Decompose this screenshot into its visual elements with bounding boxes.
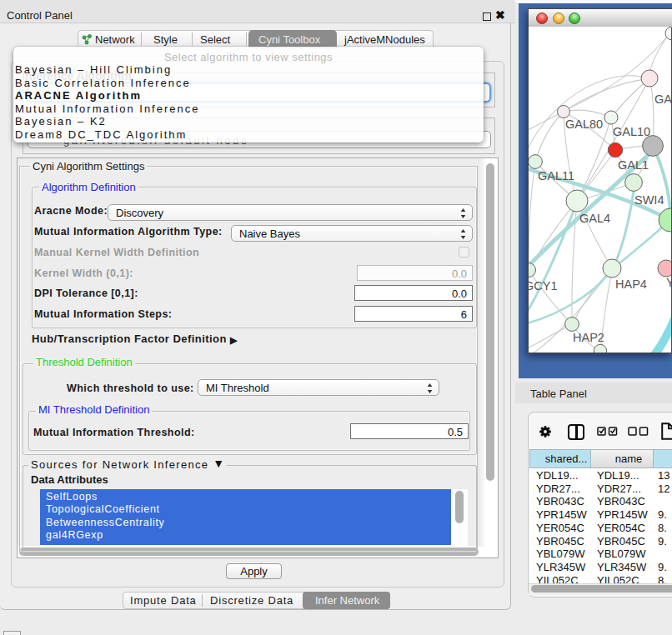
svg-text:GAL2: GAL2 bbox=[654, 92, 671, 106]
svg-text:HAP2: HAP2 bbox=[573, 331, 604, 344]
svg-text:YJR: YJR bbox=[666, 276, 671, 289]
svg-text:GCY1: GCY1 bbox=[529, 279, 558, 292]
svg-text:HAP4: HAP4 bbox=[615, 278, 647, 291]
svg-text:GAL11: GAL11 bbox=[538, 169, 574, 182]
svg-text:GAL80: GAL80 bbox=[565, 118, 603, 131]
svg-text:SWI4: SWI4 bbox=[634, 193, 664, 207]
svg-text:GAL4: GAL4 bbox=[579, 212, 610, 225]
svg-text:GAL10: GAL10 bbox=[613, 125, 650, 138]
svg-text:GAL1: GAL1 bbox=[618, 158, 649, 172]
